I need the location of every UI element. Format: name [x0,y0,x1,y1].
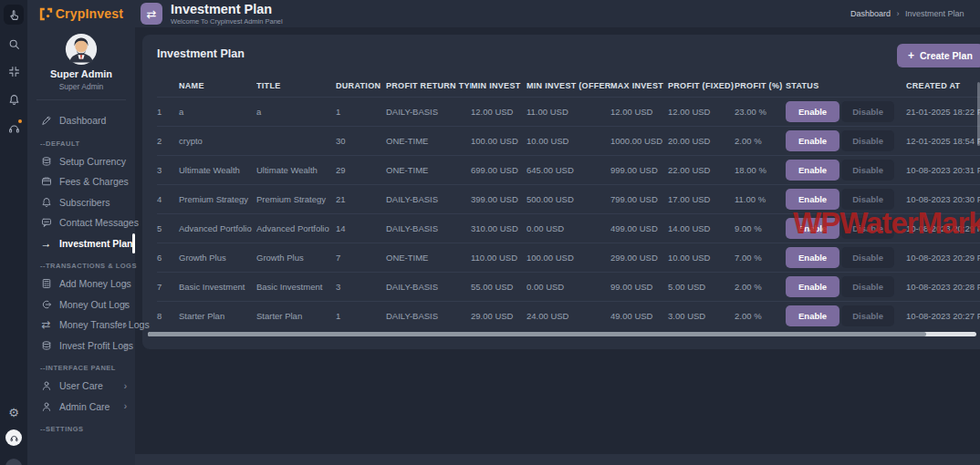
cell-index: 3 [157,155,179,184]
column-header: MAX INVEST [610,75,668,97]
brand-logo-icon [39,7,53,21]
cell-min-invest: 310.00 USD [471,213,526,243]
enable-button[interactable]: Enable [786,101,839,122]
hand-pointer-icon[interactable] [4,5,24,25]
chevron-right-icon: › [124,279,127,289]
column-header: CREATED AT [906,75,980,97]
cell-min-invest-offer: 500.00 USD [526,184,610,213]
disable-button[interactable]: Disable [841,218,894,239]
column-header: TITLE [256,75,336,97]
cell-profit-return-type: DAILY-BASIS [386,97,471,126]
cell-profit-pct: 2.00 % [735,301,786,330]
create-plan-label: Create Plan [920,50,973,61]
sidebar-divider [36,99,126,100]
cell-status: EnableDisable [786,184,906,213]
sidebar-item-fees-charges[interactable]: Fees & Charges [27,171,135,192]
gear-icon[interactable]: ⚙ [4,402,24,422]
cell-duration: 7 [336,243,386,272]
cell-profit-fixed: 3.00 USD [668,301,735,330]
brand-logo[interactable]: CrypInvest [27,6,135,21]
sidebar-item-setup-currency[interactable]: Setup Currency [27,151,135,172]
enable-button[interactable]: Enable [786,305,839,326]
sidebar-item-investment-plan[interactable]: →Investment Plan [27,233,135,254]
avatar[interactable] [65,33,98,66]
compress-icon[interactable] [4,61,24,81]
cell-min-invest: 55.00 USD [471,272,526,301]
cell-title: Basic Investment [256,272,336,301]
enable-button[interactable]: Enable [786,247,839,268]
sidebar-item-dashboard[interactable]: Dashboard [27,110,135,131]
cell-index: 1 [157,97,179,126]
sidebar-item-money-out-logs[interactable]: Money Out Logs› [27,294,135,315]
sidebar-item-label: Money Out Logs [59,299,130,310]
breadcrumb-separator: › [897,9,900,18]
cell-status: EnableDisable [786,126,906,155]
horizontal-scrollbar-track[interactable] [148,332,976,336]
cell-created-at: 10-08-2023 20:30 PM [906,184,980,213]
investment-plan-table: NAMETITLEDURATIONPROFIT RETURN TYPEMIN I… [157,75,980,330]
headset-icon[interactable] [4,118,24,138]
chevron-right-icon: › [124,299,127,309]
sidebar-item-contact-messages[interactable]: Contact Messages [27,212,135,233]
notification-dot [18,119,22,123]
bell-icon [40,196,52,208]
disable-button[interactable]: Disable [841,189,894,210]
enable-button[interactable]: Enable [786,130,839,151]
cutoff-icon[interactable] [4,457,24,465]
breadcrumb-dashboard[interactable]: Dashboard [850,9,891,18]
topbar: ⇄ Investment Plan Welcome To Crypinvest … [135,0,980,27]
enable-button[interactable]: Enable [786,276,839,297]
column-header: PROFIT (FIXED) [668,75,735,97]
sidebar-item-money-transfer-logs[interactable]: ⇄Money Transfer Logs› [27,315,135,336]
bell-icon[interactable] [4,89,24,109]
cell-status: EnableDisable [786,97,906,126]
search-icon[interactable] [4,34,24,54]
support-icon[interactable] [5,429,22,446]
cell-profit-fixed: 12.00 USD [668,97,735,126]
cell-name: Starter Plan [179,301,256,330]
sidebar-item-admin-care[interactable]: Admin Care› [27,397,135,418]
menu-section-label: --DEFAULT [27,131,135,151]
sidebar-item-add-money-logs[interactable]: Add Money Logs› [27,274,135,294]
cell-duration: 29 [336,155,386,184]
enable-button[interactable]: Enable [786,218,839,239]
main-area: ⇄ Investment Plan Welcome To Crypinvest … [135,0,980,465]
sidebar-item-invest-profit-logs[interactable]: Invest Profit Logs› [27,336,135,356]
column-header: MIN INVEST [471,75,526,97]
cell-min-invest: 110.00 USD [471,243,526,272]
disable-button[interactable]: Disable [841,305,894,326]
sidebar-item-label: Invest Profit Logs [59,340,133,351]
sidebar-item-subscribers[interactable]: Subscribers [27,192,135,213]
disable-button[interactable]: Disable [841,130,894,151]
sidebar-menu: Dashboard--DEFAULTSetup CurrencyFees & C… [27,110,135,437]
cell-profit-fixed: 17.00 USD [668,184,735,213]
cell-status: EnableDisable [786,301,906,330]
cell-index: 4 [157,184,179,213]
cell-title: Premium Strategy [256,184,336,213]
cell-profit-fixed: 14.00 USD [668,213,735,243]
cell-duration: 1 [336,301,386,330]
sidebar-item-user-care[interactable]: User Care› [27,376,135,397]
cell-min-invest-offer: 10.00 USD [526,126,610,155]
cell-index: 5 [157,213,179,243]
table-row: 7Basic InvestmentBasic Investment3DAILY-… [157,272,980,301]
disable-button[interactable]: Disable [841,101,894,122]
cell-index: 2 [157,126,179,155]
page-title: Investment Plan [171,3,283,16]
disable-button[interactable]: Disable [841,276,894,297]
sidebar-item-label: Fees & Charges [59,176,129,187]
cell-profit-pct: 18.00 % [735,155,786,184]
enable-button[interactable]: Enable [786,160,839,181]
disable-button[interactable]: Disable [841,247,894,268]
footer-band [135,454,980,465]
calculator-icon [40,278,52,290]
horizontal-scrollbar-thumb[interactable] [148,332,926,336]
cell-min-invest-offer: 100.00 USD [526,243,610,272]
cell-created-at: 10-08-2023 20:29 PM [906,243,980,272]
enable-button[interactable]: Enable [786,189,839,210]
disable-button[interactable]: Disable [841,160,894,181]
cell-profit-return-type: ONE-TIME [386,126,471,155]
wallet-icon [40,176,52,188]
menu-section-label: --INTERFACE PANEL [27,356,135,376]
create-plan-button[interactable]: + Create Plan [897,44,980,67]
